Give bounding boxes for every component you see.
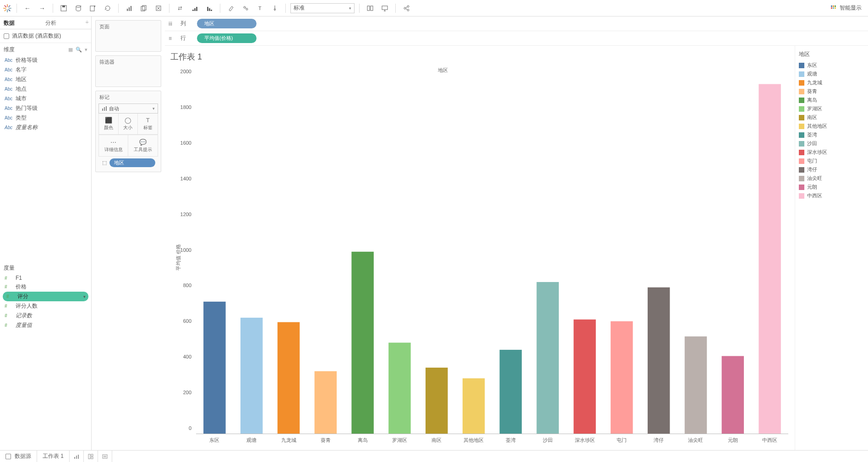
share-button[interactable]	[400, 2, 412, 14]
dimensions-menu[interactable]: ▾	[85, 47, 87, 53]
bar[interactable]	[388, 342, 410, 434]
bar[interactable]	[500, 350, 522, 434]
new-worksheet-tab[interactable]	[70, 451, 84, 462]
mark-tooltip[interactable]: 💬工具提示	[128, 135, 158, 156]
measure-field[interactable]: #记录数	[0, 311, 91, 321]
legend-item[interactable]: 元朗	[799, 183, 864, 191]
legend-item[interactable]: 葵青	[799, 87, 864, 96]
bar[interactable]	[203, 302, 225, 434]
dimension-field[interactable]: Abc热门等级	[0, 103, 91, 113]
view-data-icon[interactable]: ▦	[68, 47, 73, 53]
mark-label[interactable]: T标签	[138, 114, 158, 135]
bar[interactable]	[536, 282, 558, 434]
new-datasource-button[interactable]: +	[72, 2, 84, 14]
clear-sheet-icon[interactable]	[153, 2, 164, 14]
rows-pill[interactable]: 平均值(价格)	[197, 33, 257, 43]
mark-type-dropdown[interactable]: 自动 ▾	[98, 103, 158, 114]
svg-rect-38	[833, 5, 834, 7]
data-source[interactable]: 酒店数据 (酒店数据)	[0, 29, 91, 43]
bar[interactable]	[685, 337, 707, 434]
legend-item[interactable]: 荃湾	[799, 130, 864, 139]
legend-item[interactable]: 中西区	[799, 191, 864, 200]
new-worksheet-icon[interactable]	[123, 2, 135, 14]
bar[interactable]	[611, 321, 633, 434]
color-pill[interactable]: 地区	[109, 158, 155, 167]
swap-button[interactable]	[174, 2, 186, 14]
legend-item[interactable]: 其他地区	[799, 122, 864, 130]
rows-label: 行	[180, 34, 193, 42]
measure-field[interactable]: #度量值	[0, 321, 91, 330]
bar[interactable]	[278, 322, 300, 434]
dimension-field[interactable]: Abc地区	[0, 75, 91, 84]
legend-item[interactable]: 油尖旺	[799, 174, 864, 183]
measure-field[interactable]: #F1	[0, 274, 91, 282]
sort-asc-button[interactable]	[189, 2, 201, 14]
text-button[interactable]: T	[254, 2, 266, 14]
duplicate-sheet-icon[interactable]	[138, 2, 150, 14]
legend-item[interactable]: 罗湖区	[799, 104, 864, 113]
new-dashboard-tab[interactable]	[84, 451, 98, 462]
bar[interactable]	[648, 288, 670, 434]
mark-size[interactable]: ◯大小	[119, 114, 138, 135]
tab-data[interactable]: 数据	[0, 16, 42, 29]
presentation-button[interactable]	[379, 2, 391, 14]
measure-field[interactable]: #评分▾	[3, 292, 88, 301]
tab-worksheet-1[interactable]: 工作表 1	[37, 451, 70, 462]
chart-area[interactable]: 地区 平均值 价格 020040060080010001200140016001…	[169, 64, 790, 450]
group-button[interactable]	[240, 2, 251, 14]
bar[interactable]	[759, 84, 781, 434]
save-button[interactable]	[58, 2, 70, 14]
dimension-field[interactable]: Abc名字	[0, 65, 91, 75]
legend-item[interactable]: 九龙城	[799, 78, 864, 87]
legend-item[interactable]: 观塘	[799, 70, 864, 78]
legend-item[interactable]: 湾仔	[799, 165, 864, 174]
columns-pill[interactable]: 地区	[197, 19, 257, 28]
fit-dropdown[interactable]: 标准▾	[290, 3, 355, 13]
new-story-tab[interactable]	[98, 451, 112, 462]
bar[interactable]	[315, 371, 337, 434]
worksheet-title[interactable]: 工作表 1	[169, 49, 790, 64]
new-sheet-dropdown[interactable]: ▾	[87, 2, 99, 14]
filters-shelf[interactable]: 筛选器	[95, 55, 161, 87]
mark-detail[interactable]: ⋯详细信息	[99, 135, 128, 156]
legend-item[interactable]: 东区	[799, 61, 864, 70]
legend-item[interactable]: 屯门	[799, 157, 864, 165]
bar[interactable]	[722, 356, 744, 434]
svg-rect-52	[103, 455, 107, 458]
columns-icon: iii	[169, 21, 177, 27]
legend-item[interactable]: 深水埗区	[799, 148, 864, 157]
dimension-field[interactable]: Abc价格等级	[0, 55, 91, 65]
highlight-button[interactable]	[225, 2, 237, 14]
pages-shelf[interactable]: 页面	[95, 20, 161, 52]
find-field-icon[interactable]: 🔍	[76, 47, 82, 53]
measure-field[interactable]: #价格	[0, 282, 91, 292]
rows-icon: ≡	[169, 35, 177, 42]
legend-item[interactable]: 南区	[799, 113, 864, 122]
tab-analytics[interactable]: 分析	[42, 16, 83, 29]
x-tick: 屯门	[603, 437, 640, 444]
x-tick: 油尖旺	[677, 437, 715, 444]
show-cards-button[interactable]	[364, 2, 376, 14]
dimension-field[interactable]: Abc度量名称	[0, 123, 91, 132]
measure-field[interactable]: #评分人数	[0, 301, 91, 311]
data-pane-menu[interactable]: ÷	[83, 16, 91, 29]
forward-button[interactable]: →	[36, 2, 48, 14]
refresh-button[interactable]	[102, 2, 114, 14]
dimension-field[interactable]: Abc类型	[0, 113, 91, 123]
bar[interactable]	[240, 318, 262, 434]
bar[interactable]	[426, 368, 448, 434]
mark-color[interactable]: ⬛颜色	[99, 114, 119, 135]
tab-datasource[interactable]: 数据源	[0, 451, 37, 462]
sort-desc-button[interactable]	[203, 2, 215, 14]
dimension-field[interactable]: Abc城市	[0, 94, 91, 103]
bar[interactable]	[351, 252, 373, 434]
show-me-button[interactable]: 智能显示	[827, 4, 865, 12]
back-button[interactable]: ←	[22, 2, 33, 14]
svg-rect-9	[62, 5, 65, 7]
pin-button[interactable]	[269, 2, 281, 14]
legend-item[interactable]: 离岛	[799, 96, 864, 104]
dimension-field[interactable]: Abc地点	[0, 84, 91, 94]
bar[interactable]	[573, 320, 595, 434]
bar[interactable]	[463, 378, 485, 434]
legend-item[interactable]: 沙田	[799, 139, 864, 148]
